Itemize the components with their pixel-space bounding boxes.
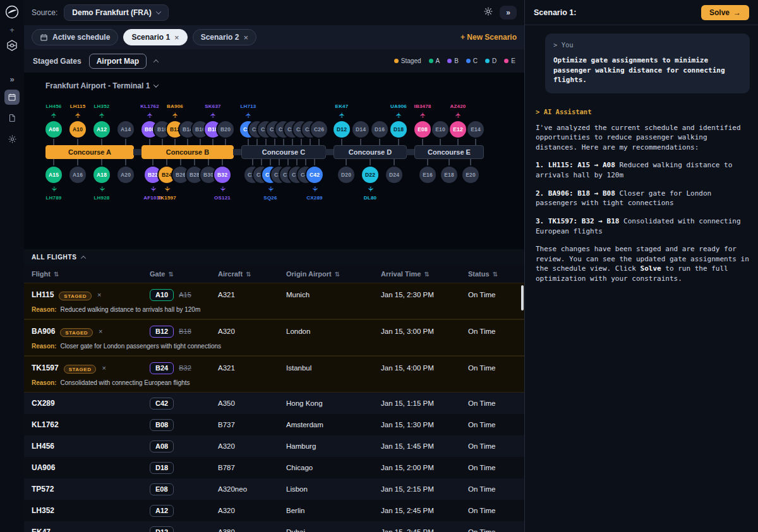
hexagon-badge-icon[interactable] [6,39,18,54]
table-row[interactable]: EK47D12A380DubaiJan 15, 2:45 PMOn Time [24,521,524,532]
gate-stem [53,138,54,145]
flight-label: CX289 [306,195,322,201]
table-row[interactable]: TK1597STAGED×B24B32A321IstanbulJan 15, 4… [24,357,524,379]
tab-scenario-1[interactable]: Scenario 1 × [123,29,187,45]
airport-map-button[interactable]: Airport Map [89,54,147,69]
column-origin[interactable]: Origin Airport⇅ [286,270,381,278]
document-nav-icon[interactable] [4,110,20,126]
gate-A18[interactable]: A18 [93,167,110,183]
gate-E20[interactable]: E20 [462,167,479,183]
gate-B32[interactable]: B32 [214,167,231,183]
gate-chip[interactable]: E08 [150,483,174,495]
concourse-E: IB3478✈E08E10AZ420✈E12E14Concourse EE16E… [414,121,484,183]
gate-E08[interactable]: E08 [414,121,431,138]
new-scenario-button[interactable]: + New Scenario [460,33,517,42]
gate-chip[interactable]: B08 [150,419,174,431]
gate-D14[interactable]: D14 [352,121,369,138]
gate-E16[interactable]: E16 [419,167,436,183]
gate-chip[interactable]: A08 [150,440,174,452]
gate-D12[interactable]: D12 [334,121,350,138]
column-flight[interactable]: Flight⇅ [32,270,150,278]
theme-sun-icon[interactable] [483,6,493,19]
gate-chip[interactable]: D18 [150,462,174,474]
arrival-cell: Jan 15, 2:15 PM [381,485,468,493]
close-icon[interactable]: × [174,33,179,42]
column-status[interactable]: Status⇅ [468,270,524,278]
collapse-panel-button[interactable]: » [500,6,517,20]
expand-chevrons-icon[interactable]: » [9,74,14,84]
table-row[interactable]: LH352A12A320BerlinJan 15, 2:45 PMOn Time [24,500,524,521]
calendar-nav-icon[interactable] [4,90,20,105]
gate-D20[interactable]: D20 [338,167,354,183]
gate-cell: IB3478✈E08 [414,121,431,145]
airport-map: Frankfurt Airport - Terminal 1 LH456✈A08… [24,73,524,249]
gate-cell: A08 [150,440,218,452]
gate-stem [162,138,163,145]
gate-A10[interactable]: A10 [69,121,86,138]
remove-staged-icon[interactable]: × [99,328,102,335]
tab-scenario-2[interactable]: Scenario 2 × [193,29,256,45]
gate-D18[interactable]: D18 [390,121,407,138]
staged-row-block[interactable]: LH115STAGED×A10A15A321MunichJan 15, 2:30… [24,283,524,319]
remove-staged-icon[interactable]: × [102,364,105,372]
gate-B20[interactable]: B20 [217,121,234,138]
gate-E10[interactable]: E10 [432,121,448,138]
gate-cell: B08 [150,419,218,431]
tab-active-schedule[interactable]: Active schedule [32,29,118,45]
concourse-D: EK47✈D12D14D16UA906✈D18Concourse DD20DL8… [334,121,407,183]
staged-row-block[interactable]: TK1597STAGED×B24B32A321IstanbulJan 15, 4… [24,356,524,393]
chevron-up-icon[interactable] [153,59,159,64]
gate-A20[interactable]: A20 [117,167,134,183]
legend-dot [394,59,399,63]
reason-row: Reason:Closer gate for London passengers… [24,343,524,355]
table-row[interactable]: LH115STAGED×A10A15A321MunichJan 15, 2:30… [24,283,524,306]
gate-A08[interactable]: A08 [45,121,62,138]
table-row[interactable]: CX289C42A350Hong KongJan 15, 1:15 PMOn T… [24,393,524,414]
gate-A12[interactable]: A12 [93,121,110,138]
gate-A15[interactable]: A15 [45,167,62,183]
flight-label: UA906 [390,103,407,109]
table-row[interactable]: TP572E08A320neoLisbonJan 15, 2:15 PMOn T… [24,478,524,500]
scrollbar-thumb[interactable] [521,285,524,310]
gate-A16[interactable]: A16 [69,167,86,183]
terminal-title-dropdown[interactable]: Frankfurt Airport - Terminal 1 [45,81,158,90]
gate-E14[interactable]: E14 [467,121,484,138]
gate-C42[interactable]: C42 [306,167,323,183]
plus-icon[interactable]: + [9,27,15,33]
table-row[interactable]: BA906STAGED×B12B18A320LondonJan 15, 3:00… [24,320,524,343]
plane-icon: ✈ [150,186,157,192]
source-dropdown[interactable]: Demo Frankfurt (FRA) [64,4,168,21]
table-row[interactable]: UA906D18B787ChicagoJan 15, 2:00 PMOn Tim… [24,457,524,478]
gate-cell: CX289✈C42 [306,159,323,183]
gate-chip[interactable]: D12 [150,526,174,532]
column-arrival[interactable]: Arrival Time⇅ [381,270,468,278]
gate-cell: E14 [467,121,484,145]
concourse-connector [325,149,334,155]
flight-number: UA906 [32,463,55,472]
settings-gear-icon[interactable] [4,131,20,146]
table-row[interactable]: KL1762B08B737AmsterdamJan 15, 1:30 PMOn … [24,414,524,435]
remove-staged-icon[interactable]: × [97,291,101,299]
gate-chip[interactable]: A10 [150,289,174,301]
gate-D22[interactable]: D22 [362,167,378,183]
column-aircraft[interactable]: Aircraft⇅ [218,270,286,278]
plane-icon: ✈ [210,112,217,118]
gate-D24[interactable]: D24 [386,167,402,183]
plane-icon: ✈ [419,112,426,118]
table-row[interactable]: LH456A08A320HamburgJan 15, 1:45 PMOn Tim… [24,435,524,457]
flight-cell: TP572 [32,485,150,494]
gate-E18[interactable]: E18 [441,167,457,183]
staged-row-block[interactable]: BA906STAGED×B12B18A320LondonJan 15, 3:00… [24,319,524,356]
all-flights-header[interactable]: ALL FLIGHTS [24,249,524,265]
gate-chip[interactable]: B12 [150,326,174,338]
close-icon[interactable]: × [243,33,248,42]
gate-C26[interactable]: C26 [311,121,327,138]
gate-E12[interactable]: E12 [450,121,466,138]
gate-D16[interactable]: D16 [371,121,388,138]
gate-A14[interactable]: A14 [117,121,134,138]
gate-chip[interactable]: A12 [150,505,174,517]
gate-chip[interactable]: B24 [150,362,174,374]
solve-button[interactable]: Solve → [701,5,749,20]
gate-chip[interactable]: C42 [150,398,174,410]
column-gate[interactable]: Gate⇅ [150,270,218,278]
